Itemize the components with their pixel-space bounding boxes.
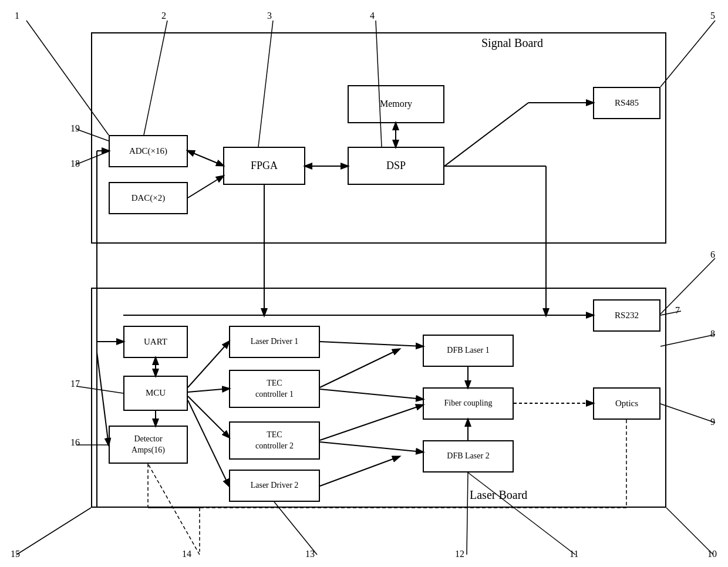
- svg-line-12: [274, 502, 317, 555]
- num-1: 1: [15, 11, 19, 21]
- num-16: 16: [70, 437, 80, 448]
- num-15: 15: [11, 549, 20, 559]
- dac-box: DAC(×2): [109, 182, 188, 214]
- svg-line-8: [660, 404, 715, 423]
- num-8: 8: [710, 329, 715, 339]
- num-3: 3: [267, 11, 272, 21]
- svg-line-4: [660, 21, 715, 87]
- fiber-box: Fiber coupling: [423, 387, 514, 420]
- adc-box: ADC(×16): [109, 135, 188, 167]
- laser-driver-2-box: Laser Driver 2: [229, 470, 320, 502]
- optics-box: Optics: [593, 387, 660, 420]
- svg-line-14: [16, 508, 91, 555]
- fpga-box: FPGA: [223, 147, 305, 185]
- laser-driver-1-box: Laser Driver 1: [229, 326, 320, 358]
- signal-board-label: Signal Board: [481, 36, 543, 50]
- num-6: 6: [710, 249, 715, 260]
- num-10: 10: [707, 549, 717, 559]
- rs232-box: RS232: [593, 299, 660, 332]
- num-12: 12: [455, 549, 464, 559]
- num-18: 18: [70, 158, 80, 169]
- num-17: 17: [70, 379, 80, 389]
- detector-box: Detector Amps(16): [109, 426, 188, 464]
- laser-board-label: Laser Board: [470, 488, 527, 502]
- dsp-box: DSP: [348, 147, 444, 185]
- num-4: 4: [370, 11, 375, 21]
- diagram: Signal Board Laser Board Memory DSP FPGA…: [0, 0, 728, 567]
- num-13: 13: [305, 549, 315, 559]
- num-11: 11: [569, 549, 578, 559]
- dfb1-box: DFB Laser 1: [423, 335, 514, 367]
- num-2: 2: [161, 11, 166, 21]
- tec1-box: TEC controller 1: [229, 370, 320, 408]
- svg-line-5: [660, 258, 715, 314]
- num-7: 7: [675, 305, 680, 316]
- rs485-box: RS485: [593, 87, 660, 119]
- svg-line-7: [660, 335, 715, 346]
- num-5: 5: [710, 11, 715, 21]
- dfb2-box: DFB Laser 2: [423, 440, 514, 473]
- memory-box: Memory: [348, 85, 444, 123]
- tec2-box: TEC controller 2: [229, 421, 320, 460]
- num-9: 9: [710, 417, 715, 427]
- uart-box: UART: [123, 326, 188, 358]
- num-14: 14: [182, 549, 191, 559]
- mcu-box: MCU: [123, 376, 188, 411]
- svg-line-9: [666, 508, 713, 555]
- num-19: 19: [70, 123, 80, 134]
